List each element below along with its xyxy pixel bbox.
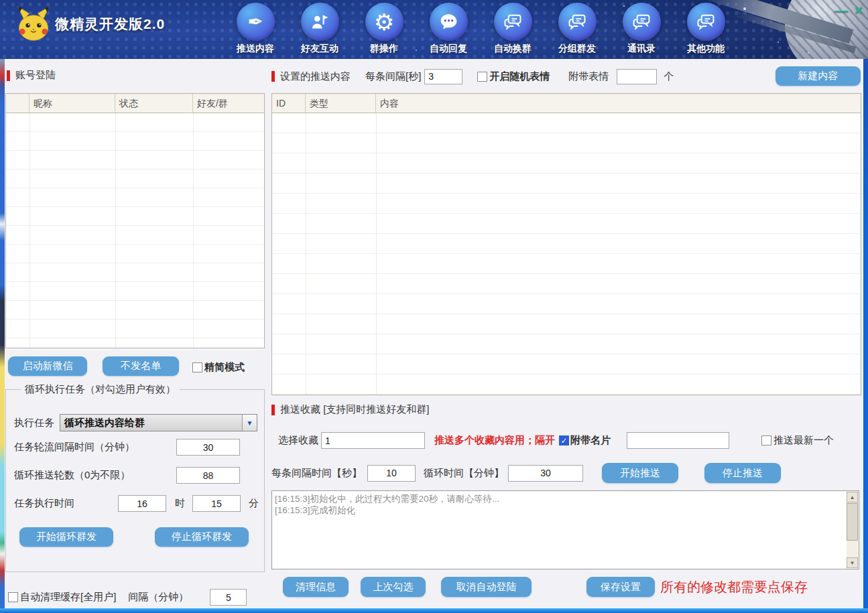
attach-card-input[interactable] — [627, 432, 729, 449]
toolbar-item-push-content[interactable]: ✒ 推送内容 — [223, 3, 288, 55]
exec-time-label: 任务执行时间 — [14, 497, 74, 510]
push-content-header: 设置的推送内容 每条间隔[秒] 开启随机表情 附带表情 个 — [271, 67, 674, 86]
minimize-button[interactable]: — — [834, 3, 848, 17]
exec-minute-input[interactable] — [192, 495, 241, 512]
pen-icon: ✒ — [237, 3, 275, 41]
column-divider — [115, 113, 116, 348]
titlebar: 微精灵开发版2.0 ✒ 推送内容 好友互动 ⚙ 群操作 — [0, 0, 868, 59]
stop-loop-send-button[interactable]: 停止循环群发 — [155, 527, 249, 547]
close-button[interactable]: × — [855, 3, 863, 17]
per-interval-input[interactable] — [367, 465, 416, 482]
log-line: [16:15:3]完成初始化 — [275, 504, 844, 516]
exec-hour-input[interactable] — [118, 495, 166, 512]
combo-arrow-glyph: ▼ — [247, 419, 253, 427]
simple-mode-checkbox[interactable] — [192, 362, 202, 372]
pen-glyph: ✒ — [247, 13, 263, 31]
task-interval-input[interactable] — [176, 439, 240, 456]
push-latest-label: 推送最新一个 — [773, 434, 834, 447]
toolbar-item-auto-switch-group[interactable]: 自动换群 — [481, 3, 545, 55]
task-select-row: 执行任务 循环推送内容给群 ▼ — [14, 414, 257, 431]
toolbar-item-contacts[interactable]: 通讯录 — [609, 3, 674, 55]
main-toolbar: ✒ 推送内容 好友互动 ⚙ 群操作 — [223, 3, 738, 55]
scrollbar-thumb[interactable] — [847, 503, 858, 541]
loop-time-label: 循环时间【分钟】 — [424, 467, 504, 480]
account-col-check — [6, 94, 29, 113]
cache-clean-bar: 自动清理缓存[全用户] 间隔（分钟） — [8, 589, 247, 606]
last-checked-button[interactable]: 上次勾选 — [361, 577, 426, 597]
attach-emoji-input[interactable] — [617, 69, 657, 84]
random-emoji-checkbox[interactable] — [477, 72, 487, 82]
toolbar-item-other-functions[interactable]: 其他功能 — [674, 3, 738, 55]
account-col-friends-groups: 好友/群 — [193, 94, 264, 113]
bottom-actions-row: 清理信息 上次勾选 取消自动登陆 保存设置 所有的修改都需要点保存 — [271, 577, 808, 597]
save-settings-button[interactable]: 保存设置 — [586, 577, 655, 597]
loop-rounds-row: 循环推送轮数（0为不限） — [14, 469, 257, 482]
chevron-down-icon[interactable]: ▼ — [242, 415, 257, 431]
no-send-list-button[interactable]: 不发名单 — [103, 356, 179, 376]
left-edge-artifact — [0, 59, 5, 609]
account-col-status: 状态 — [115, 94, 193, 113]
account-table-header: 昵称 状态 好友/群 — [6, 94, 264, 113]
task-combobox[interactable]: 循环推送内容给群 ▼ — [60, 414, 257, 431]
toolbar-item-auto-reply[interactable]: 自动回复 — [416, 3, 481, 55]
new-content-button[interactable]: 新建内容 — [776, 66, 861, 86]
select-favorite-input[interactable] — [321, 432, 425, 449]
toolbar-item-label: 自动回复 — [430, 43, 467, 55]
attach-card-checkbox[interactable]: ✓ — [559, 435, 569, 446]
toolbar-item-group-ops[interactable]: ⚙ 群操作 — [352, 3, 416, 55]
section-marker — [271, 405, 275, 415]
push-latest-checkbox[interactable] — [761, 435, 771, 446]
account-section-header: 账号登陆 — [7, 69, 56, 82]
toolbar-item-label: 推送内容 — [237, 43, 274, 55]
loop-task-title: 循环执行任务（对勾选用户有效） — [21, 383, 180, 396]
task-label: 执行任务 — [14, 417, 54, 429]
toolbar-item-label: 好友互动 — [301, 43, 338, 55]
cache-interval-input[interactable] — [210, 589, 247, 606]
account-section-title: 账号登陆 — [15, 69, 56, 82]
simple-mode-label: 精简模式 — [204, 361, 245, 374]
log-output-box[interactable]: [16:15:3]初始化中，此过程大约需要20秒，请耐心等待... [16:15… — [271, 490, 859, 569]
gear-icon: ⚙ — [365, 3, 404, 41]
window-right-border — [863, 59, 868, 613]
cancel-autologin-button[interactable]: 取消自动登陆 — [441, 577, 532, 597]
chat-double-icon — [623, 3, 661, 41]
scroll-up-glyph: ▲ — [850, 494, 855, 500]
loop-rounds-input[interactable] — [176, 467, 240, 484]
column-divider — [193, 113, 194, 348]
content-col-id: ID — [272, 94, 306, 113]
toolbar-item-friend-interact[interactable]: 好友互动 — [288, 3, 352, 55]
favorites-select-row: 选择收藏 推送多个收藏内容用；隔开 ✓ 附带名片 推送最新一个 — [271, 431, 834, 450]
cache-interval-label: 间隔（分钟） — [128, 591, 188, 604]
toolbar-item-group-mass-send[interactable]: 分组群发 — [545, 3, 609, 55]
start-loop-send-button[interactable]: 开始循环群发 — [19, 527, 113, 547]
msg-interval-input[interactable] — [424, 69, 462, 84]
push-favorites-title: 推送收藏 [支持同时推送好友和群] — [280, 403, 430, 416]
account-table-body[interactable] — [6, 113, 264, 348]
stop-push-button[interactable]: 停止推送 — [704, 463, 781, 483]
log-scrollbar[interactable]: ▲ ▼ — [847, 492, 858, 568]
push-content-title: 设置的推送内容 — [280, 70, 351, 83]
msg-interval-label: 每条间隔[秒] — [365, 70, 421, 83]
chat-double-icon — [687, 3, 725, 41]
favorites-hint-red-text: 推送多个收藏内容用；隔开 — [434, 434, 555, 447]
toolbar-item-label: 通讯录 — [627, 43, 656, 55]
random-emoji-label: 开启随机表情 — [489, 70, 550, 83]
person-flag-icon — [301, 3, 339, 41]
content-table-body[interactable] — [272, 113, 861, 395]
loop-time-input[interactable] — [508, 465, 583, 482]
auto-clean-cache-checkbox[interactable] — [8, 592, 18, 602]
auto-clean-cache-label: 自动清理缓存[全用户] — [20, 591, 116, 604]
scroll-down-icon[interactable]: ▼ — [847, 557, 858, 568]
content-col-type: 类型 — [306, 94, 376, 113]
check-icon: ✓ — [560, 436, 567, 446]
select-favorite-label: 选择收藏 — [278, 434, 318, 447]
section-marker — [7, 70, 10, 81]
start-new-wechat-button[interactable]: 启动新微信 — [8, 356, 87, 376]
per-interval-label: 每条间隔时间【秒】 — [271, 467, 362, 480]
toolbar-item-label: 其他功能 — [687, 43, 725, 55]
log-line: [16:15:3]初始化中，此过程大约需要20秒，请耐心等待... — [275, 493, 844, 504]
toolbar-item-label: 分组群发 — [558, 43, 596, 55]
start-push-button[interactable]: 开始推送 — [602, 463, 678, 483]
scroll-up-icon[interactable]: ▲ — [847, 492, 858, 502]
clear-info-button[interactable]: 清理信息 — [283, 577, 349, 597]
